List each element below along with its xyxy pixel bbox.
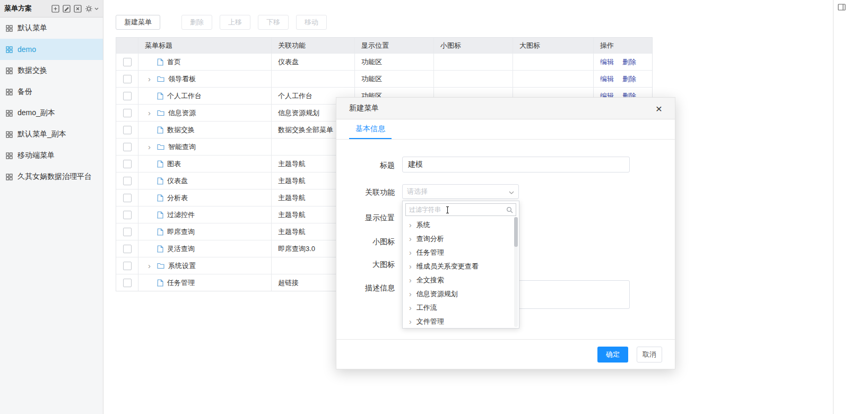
dialog-tabbar: 基本信息 <box>336 119 675 140</box>
cell-operations: 编辑 删除 <box>594 71 652 87</box>
table-header-row: 菜单标题 关联功能 显示位置 小图标 大图标 操作 <box>116 38 652 53</box>
menu-grid-icon <box>6 25 13 32</box>
row-title: 个人工作台 <box>167 91 202 101</box>
sidebar-header: 菜单方案 <box>0 0 103 18</box>
row-checkbox[interactable] <box>123 177 132 185</box>
move-down-button[interactable]: 下移 <box>258 15 289 30</box>
row-title: 首页 <box>167 57 181 67</box>
dropdown-item-label: 系统 <box>416 220 430 230</box>
edit-link[interactable]: 编辑 <box>600 74 614 84</box>
sidebar-item[interactable]: 默认菜单_副本 <box>0 124 103 145</box>
dropdown-scrollbar <box>514 217 518 327</box>
row-checkbox[interactable] <box>123 126 132 134</box>
menu-toolbar: 新建菜单 删除 上移 下移 移动 <box>116 15 327 30</box>
row-checkbox[interactable] <box>123 279 132 287</box>
dialog-header: 新建菜单 × <box>336 98 675 119</box>
settings-dropdown-chevron-icon[interactable] <box>94 7 99 10</box>
sidebar-item-label: 移动端菜单 <box>18 151 55 160</box>
cancel-button[interactable]: 取消 <box>637 347 662 363</box>
sidebar-item[interactable]: 移动端菜单 <box>0 145 103 166</box>
delete-button[interactable]: 删除 <box>181 15 212 30</box>
delete-scheme-icon[interactable] <box>74 5 82 13</box>
cell-menu-title: › 即席查询 <box>138 223 272 240</box>
row-title: 系统设置 <box>168 261 196 271</box>
sidebar-item[interactable]: 默认菜单 <box>0 18 103 39</box>
row-checkbox[interactable] <box>123 92 132 100</box>
cell-operations: 编辑 删除 <box>594 54 652 70</box>
expand-chevron-icon[interactable]: › <box>148 109 157 117</box>
sidebar-item[interactable]: 数据交换 <box>0 60 103 81</box>
large-icon-label: 大图标 <box>336 260 395 270</box>
row-checkbox[interactable] <box>123 58 132 66</box>
sidebar-item[interactable]: demo <box>0 39 103 60</box>
add-scheme-icon[interactable] <box>51 5 59 13</box>
tree-expand-chevron-icon[interactable]: › <box>409 263 412 270</box>
title-input[interactable] <box>402 157 630 172</box>
row-checkbox[interactable] <box>123 160 132 168</box>
row-checkbox-cell <box>116 139 138 155</box>
tab-basic-info[interactable]: 基本信息 <box>349 119 392 139</box>
document-icon <box>157 160 163 168</box>
tree-expand-chevron-icon[interactable]: › <box>409 290 412 298</box>
cell-menu-title: › 灵活查询 <box>138 240 272 257</box>
function-select[interactable]: 请选择 <box>402 184 519 199</box>
edit-scheme-icon[interactable] <box>63 5 71 13</box>
move-up-button[interactable]: 上移 <box>220 15 250 30</box>
dropdown-tree-item[interactable]: › 工作流 <box>403 301 519 315</box>
panel-toggle-icon[interactable] <box>838 4 846 11</box>
sidebar-title: 菜单方案 <box>4 4 32 13</box>
tree-expand-chevron-icon[interactable]: › <box>409 318 412 325</box>
move-button[interactable]: 移动 <box>296 15 327 30</box>
delete-link[interactable]: 删除 <box>622 57 636 67</box>
tree-expand-chevron-icon[interactable]: › <box>409 221 412 229</box>
dropdown-tree-item[interactable]: › 系统 <box>403 218 519 232</box>
row-checkbox[interactable] <box>123 245 132 253</box>
dropdown-tree-item[interactable]: › 文件管理 <box>403 315 519 329</box>
edit-link[interactable]: 编辑 <box>600 57 614 67</box>
sidebar-item[interactable]: 备份 <box>0 81 103 102</box>
row-title: 领导看板 <box>168 74 196 84</box>
ok-button[interactable]: 确定 <box>597 347 628 363</box>
header-position: 显示位置 <box>355 38 434 53</box>
filter-input[interactable] <box>406 206 506 213</box>
dropdown-tree-item[interactable]: › 全文搜索 <box>403 273 519 287</box>
expand-chevron-icon[interactable]: › <box>148 262 157 270</box>
tree-expand-chevron-icon[interactable]: › <box>409 277 412 284</box>
dropdown-tree-item[interactable]: › 查询分析 <box>403 232 519 246</box>
settings-gear-icon[interactable] <box>85 5 93 13</box>
row-checkbox[interactable] <box>123 109 132 117</box>
sidebar-item[interactable]: demo_副本 <box>0 102 103 124</box>
row-title: 分析表 <box>167 193 188 203</box>
row-checkbox[interactable] <box>123 75 132 83</box>
menu-grid-icon <box>6 67 13 74</box>
row-checkbox-cell <box>116 156 138 172</box>
expand-chevron-icon[interactable]: › <box>148 75 157 83</box>
new-menu-button[interactable]: 新建菜单 <box>116 15 160 30</box>
select-chevron-down-icon <box>509 188 514 196</box>
row-checkbox[interactable] <box>123 228 132 236</box>
tree-expand-chevron-icon[interactable]: › <box>409 249 412 256</box>
dropdown-tree-item[interactable]: › 维成员关系变更查看 <box>403 260 519 273</box>
sidebar-item[interactable]: 久其女娲数据治理平台 <box>0 166 103 187</box>
dropdown-tree-item[interactable]: › 任务管理 <box>403 246 519 260</box>
delete-link[interactable]: 删除 <box>622 74 636 84</box>
dropdown-tree-item[interactable]: › 信息资源规划 <box>403 287 519 301</box>
close-icon[interactable]: × <box>656 103 662 114</box>
menu-grid-icon <box>6 152 13 159</box>
folder-icon <box>157 144 164 150</box>
sidebar-item-label: 数据交换 <box>18 66 47 75</box>
row-checkbox[interactable] <box>123 262 132 270</box>
row-checkbox[interactable] <box>123 143 132 151</box>
dropdown-tree-list: › 系统 › 查询分析 › 任务管理 › 维成员关系变更查看 › 全文搜索 › … <box>403 218 519 329</box>
row-checkbox-cell <box>116 122 138 138</box>
tree-expand-chevron-icon[interactable]: › <box>409 304 412 312</box>
dropdown-scrollbar-thumb[interactable] <box>514 217 518 247</box>
tree-expand-chevron-icon[interactable]: › <box>409 235 412 243</box>
expand-chevron-icon[interactable]: › <box>148 143 157 151</box>
sidebar-item-label: demo_副本 <box>18 108 55 118</box>
dropdown-item-label: 查询分析 <box>416 234 444 244</box>
row-checkbox[interactable] <box>123 194 132 202</box>
row-title: 灵活查询 <box>167 244 195 254</box>
function-dropdown-panel: › 系统 › 查询分析 › 任务管理 › 维成员关系变更查看 › 全文搜索 › … <box>402 201 519 329</box>
row-checkbox[interactable] <box>123 211 132 219</box>
